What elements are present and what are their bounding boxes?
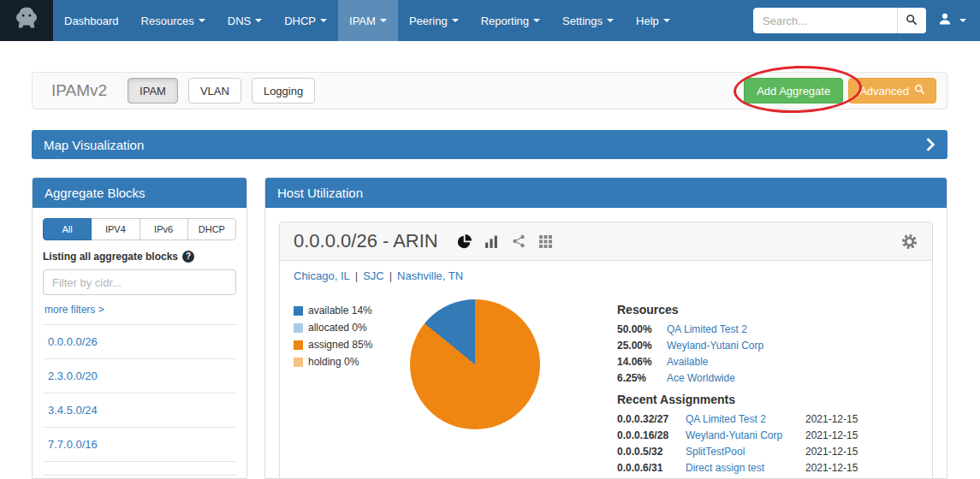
tab-all[interactable]: All [43, 218, 92, 240]
aggregate-block-list: 0.0.0.0/26 2.3.0.0/20 3.4.5.0/24 7.7.0.0… [43, 324, 236, 476]
tab-ipam[interactable]: IPAM [128, 78, 178, 103]
page: Dashboard Resources DNS DHCP IPAM Peerin… [0, 0, 980, 479]
nav-item-resources[interactable]: Resources [130, 0, 217, 41]
search-icon [906, 14, 918, 28]
bar-chart-view-icon[interactable] [484, 234, 499, 249]
assignment-row: 0.0.0.32/27QA Limited Test 22021-12-15 [617, 413, 918, 425]
assignment-date: 2021-12-15 [805, 446, 918, 458]
resource-row: 6.25%Ace Worldwide [617, 372, 918, 384]
nav-item-help[interactable]: Help [625, 0, 681, 41]
tab-ipv6[interactable]: IPv6 [140, 218, 188, 240]
separator: | [389, 269, 392, 282]
block-detail-card: 0.0.0.0/26 - ARIN [279, 222, 933, 479]
chevron-down-icon [452, 19, 459, 22]
resource-row: 14.06%Available [617, 356, 918, 368]
assignment-date: 2021-12-15 [805, 413, 918, 425]
block-type-tabs: All IPV4 IPv6 DHCP [43, 218, 236, 240]
share-view-icon[interactable] [512, 234, 526, 248]
assignment-row: 0.0.0.5/32SplitTestPool2021-12-15 [617, 446, 918, 458]
list-item[interactable]: 3.4.5.0/24 [43, 393, 236, 428]
resource-link[interactable]: QA Limited Test 2 [667, 323, 918, 335]
nav-item-settings[interactable]: Settings [551, 0, 625, 41]
map-visualization-bar[interactable]: Map Visualization [32, 130, 947, 159]
pie-view-icon[interactable] [457, 234, 472, 249]
more-filters-link[interactable]: more filters > [45, 304, 104, 316]
chevron-down-icon [663, 19, 670, 22]
legend-swatch [294, 340, 303, 350]
assignment-link[interactable]: Weyland-Yutani Corp [686, 429, 805, 441]
gorilla-logo-icon [11, 3, 42, 38]
chevron-down-icon [380, 19, 387, 22]
legend-item: available 14% [294, 305, 407, 316]
nav-item-dns[interactable]: DNS [217, 0, 273, 41]
tab-vlan[interactable]: VLAN [188, 78, 241, 103]
global-search [753, 8, 926, 33]
grid-view-icon[interactable] [538, 234, 552, 248]
chevron-down-icon [255, 19, 262, 22]
resources-title: Resources [617, 303, 918, 316]
list-item[interactable]: 0.0.0.0/26 [43, 325, 236, 359]
host-utilization-panel: Host Utilization 0.0.0.0/26 - ARIN [264, 177, 947, 479]
chevron-down-icon [320, 19, 327, 22]
nav-item-reporting[interactable]: Reporting [470, 0, 551, 41]
separator: | [355, 269, 358, 282]
nav-item-dashboard[interactable]: Dashboard [53, 0, 130, 41]
chevron-right-icon [925, 137, 935, 152]
view-switcher [457, 234, 552, 249]
assignment-row: 0.0.0.16/28Weyland-Yutani Corp2021-12-15 [617, 429, 918, 441]
advanced-button[interactable]: Advanced [848, 78, 936, 103]
assignment-date: 2021-12-15 [805, 429, 918, 441]
listing-label: Listing all aggregate blocks ? [43, 251, 236, 263]
list-item[interactable] [43, 462, 236, 476]
resource-link[interactable]: Available [667, 356, 918, 368]
legend-swatch [294, 358, 303, 367]
page-title: IPAMv2 [51, 81, 107, 100]
utilization-chart-area: available 14% allocated 0% assigned 85% … [280, 286, 932, 479]
chevron-down-icon [959, 19, 966, 22]
map-visualization-title: Map Visualization [44, 138, 144, 152]
block-detail-header: 0.0.0.0/26 - ARIN [280, 222, 932, 261]
aggregate-blocks-body: All IPV4 IPv6 DHCP Listing all aggregate… [33, 208, 246, 479]
legend-item: holding 0% [294, 356, 407, 368]
legend-item: assigned 85% [294, 339, 407, 351]
search-input[interactable] [753, 8, 897, 33]
resource-link[interactable]: Ace Worldwide [667, 372, 918, 384]
host-utilization-title: Host Utilization [277, 186, 363, 200]
stats-column: Resources 50.00%QA Limited Test 2 25.00%… [617, 294, 918, 479]
search-icon [914, 84, 925, 98]
nav-item-ipam[interactable]: IPAM [338, 0, 398, 41]
host-utilization-body: 0.0.0.0/26 - ARIN [265, 208, 947, 479]
tab-dhcp[interactable]: DHCP [187, 218, 236, 240]
navbar-right [753, 0, 980, 41]
toolbar-actions: Add Aggregate Advanced [744, 78, 936, 103]
tab-ipv4[interactable]: IPV4 [91, 218, 140, 240]
location-links: Chicago, IL|SJC|Nashville, TN [280, 261, 932, 286]
assignment-link[interactable]: SplitTestPool [686, 446, 805, 458]
user-icon [938, 12, 952, 29]
help-icon[interactable]: ? [182, 251, 194, 263]
user-menu[interactable] [935, 12, 970, 29]
location-link[interactable]: SJC [363, 269, 384, 282]
list-item[interactable]: 7.7.0.0/16 [43, 428, 236, 462]
tab-logging[interactable]: Logging [252, 78, 315, 103]
nav-item-dhcp[interactable]: DHCP [273, 0, 338, 41]
resource-link[interactable]: Weyland-Yutani Corp [667, 340, 918, 352]
list-item[interactable]: 2.3.0.0/20 [43, 359, 236, 393]
block-title: 0.0.0.0/26 - ARIN [294, 230, 438, 252]
assignment-link[interactable]: QA Limited Test 2 [686, 413, 805, 425]
add-aggregate-button[interactable]: Add Aggregate [744, 78, 843, 103]
gear-icon[interactable] [900, 233, 918, 251]
nav-item-peering[interactable]: Peering [398, 0, 470, 41]
chevron-down-icon [607, 19, 614, 22]
host-utilization-header: Host Utilization [265, 178, 947, 208]
search-button[interactable] [897, 8, 926, 33]
location-link[interactable]: Nashville, TN [397, 269, 463, 282]
app-logo[interactable] [0, 0, 53, 41]
resource-row: 50.00%QA Limited Test 2 [617, 323, 918, 335]
pie-legend: available 14% allocated 0% assigned 85% … [294, 305, 407, 479]
aggregate-blocks-title: Aggregate Blocks [45, 186, 146, 200]
legend-swatch [294, 323, 303, 333]
location-link[interactable]: Chicago, IL [294, 269, 350, 282]
cidr-filter-input[interactable] [43, 269, 236, 295]
assignment-link[interactable]: Direct assign test [686, 462, 805, 474]
